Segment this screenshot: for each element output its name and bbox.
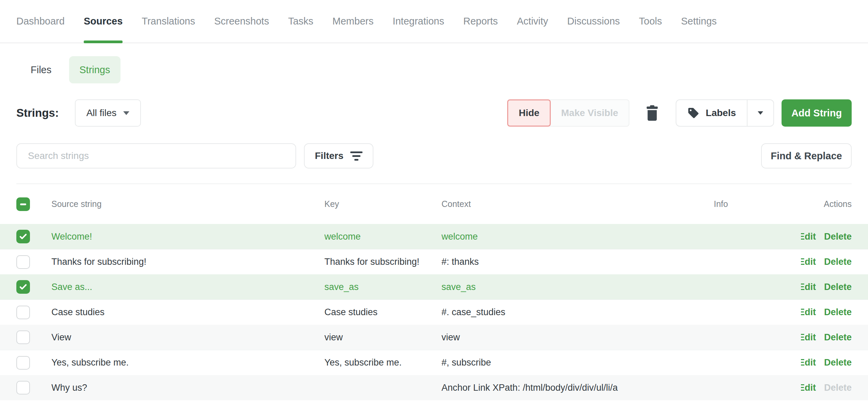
edit-link[interactable]: Edit <box>801 332 816 343</box>
table-row: Thanks for subscribing! Thanks for subsc… <box>0 249 868 274</box>
nav-item-dashboard[interactable]: Dashboard <box>16 0 65 43</box>
nav-item-reports[interactable]: Reports <box>463 0 498 43</box>
make-visible-button[interactable]: Make Visible <box>550 99 629 127</box>
context-cell: save_as <box>441 282 714 292</box>
find-replace-button[interactable]: Find & Replace <box>761 143 852 168</box>
key-cell: save_as <box>324 282 441 292</box>
select-all-checkbox[interactable] <box>16 197 30 211</box>
table-row: Welcome! welcome welcome Edit Delete <box>0 224 868 249</box>
chevron-down-icon <box>123 111 129 115</box>
context-cell: #: thanks <box>441 257 714 267</box>
indeterminate-icon <box>18 199 28 209</box>
check-icon <box>18 232 28 241</box>
context-cell: Anchor Link XPath: /html/body/div/div/ul… <box>441 383 714 393</box>
strings-toolbar: Strings: All files Hide Make Visible <box>16 99 852 127</box>
nav-item-discussions[interactable]: Discussions <box>567 0 620 43</box>
context-cell: welcome <box>441 231 714 242</box>
key-cell: welcome <box>324 231 441 242</box>
hide-button[interactable]: Hide <box>507 99 551 127</box>
check-icon <box>18 282 28 292</box>
source-string-cell[interactable]: Save as... <box>51 282 324 292</box>
edit-link[interactable]: Edit <box>801 307 816 318</box>
filters-button[interactable]: Filters <box>304 143 373 168</box>
delete-link[interactable]: Delete <box>824 357 852 368</box>
header-context: Context <box>441 199 714 209</box>
delete-link[interactable]: Delete <box>824 231 852 242</box>
delete-link[interactable]: Delete <box>824 332 852 343</box>
source-string-cell[interactable]: Why us? <box>51 383 324 393</box>
search-row: Filters Find & Replace <box>16 143 852 168</box>
subtabs: Files Strings <box>16 56 852 83</box>
strings-page: Dashboard Sources Translations Screensho… <box>0 0 868 404</box>
filters-button-label: Filters <box>315 150 343 161</box>
labels-split-button: Labels <box>676 99 774 127</box>
delete-link[interactable]: Delete <box>824 257 852 267</box>
table-header-row: Source string Key Context Info Actions <box>0 184 868 224</box>
top-navigation: Dashboard Sources Translations Screensho… <box>0 0 868 43</box>
table-row: View view view Edit Delete <box>0 325 868 350</box>
nav-item-activity[interactable]: Activity <box>517 0 548 43</box>
header-source-string: Source string <box>51 199 324 209</box>
nav-item-sources[interactable]: Sources <box>84 0 123 43</box>
trash-icon <box>646 105 658 121</box>
nav-item-integrations[interactable]: Integrations <box>392 0 444 43</box>
header-info: Info <box>714 199 801 209</box>
table-row: Save as... save_as save_as Edit Delete <box>0 274 868 300</box>
labels-dropdown-toggle[interactable] <box>747 100 773 126</box>
edit-link[interactable]: Edit <box>801 257 816 267</box>
row-checkbox[interactable] <box>16 230 30 243</box>
delete-selected-button[interactable] <box>646 105 658 121</box>
nav-item-members[interactable]: Members <box>333 0 374 43</box>
source-string-cell[interactable]: Welcome! <box>51 231 324 242</box>
source-string-cell[interactable]: Thanks for subscribing! <box>51 257 324 267</box>
key-cell: Yes, subscribe me. <box>324 357 441 368</box>
page-title: Strings: <box>16 107 59 119</box>
chevron-down-icon <box>758 111 763 115</box>
edit-link[interactable]: Edit <box>801 383 816 393</box>
key-cell: Thanks for subscribing! <box>324 257 441 267</box>
row-checkbox[interactable] <box>16 356 30 370</box>
tab-strings[interactable]: Strings <box>69 56 120 83</box>
key-cell: Case studies <box>324 307 441 318</box>
table-row: Case studies Case studies #. case_studie… <box>0 300 868 325</box>
toolbar-actions: Hide Make Visible Labels <box>507 99 852 127</box>
strings-table: Source string Key Context Info Actions W… <box>0 184 868 400</box>
context-cell: #, subscribe <box>441 357 714 368</box>
row-checkbox[interactable] <box>16 280 30 294</box>
row-checkbox[interactable] <box>16 306 30 319</box>
search-input[interactable] <box>16 143 296 168</box>
delete-link[interactable]: Delete <box>824 307 852 318</box>
nav-item-translations[interactable]: Translations <box>142 0 195 43</box>
edit-link[interactable]: Edit <box>801 357 816 368</box>
nav-item-tasks[interactable]: Tasks <box>288 0 313 43</box>
edit-link[interactable]: Edit <box>801 282 816 292</box>
row-checkbox[interactable] <box>16 255 30 269</box>
add-string-button[interactable]: Add String <box>782 99 852 127</box>
source-string-cell[interactable]: Yes, subscribe me. <box>51 357 324 368</box>
nav-item-settings[interactable]: Settings <box>681 0 717 43</box>
delete-link-disabled: Delete <box>824 383 852 393</box>
source-string-cell[interactable]: View <box>51 332 324 343</box>
header-actions: Actions <box>801 199 868 209</box>
edit-link[interactable]: Edit <box>801 231 816 242</box>
nav-item-tools[interactable]: Tools <box>639 0 662 43</box>
labels-button[interactable]: Labels <box>676 100 747 126</box>
source-string-cell[interactable]: Case studies <box>51 307 324 318</box>
nav-item-screenshots[interactable]: Screenshots <box>214 0 269 43</box>
table-row: Yes, subscribe me. Yes, subscribe me. #,… <box>0 350 868 375</box>
tag-icon <box>687 107 700 119</box>
row-checkbox[interactable] <box>16 330 30 344</box>
tab-files[interactable]: Files <box>31 64 51 76</box>
row-checkbox[interactable] <box>16 381 30 394</box>
file-filter-dropdown[interactable]: All files <box>75 99 141 127</box>
labels-button-label: Labels <box>706 108 736 118</box>
header-key: Key <box>324 199 441 209</box>
filter-icon <box>350 151 363 161</box>
context-cell: #. case_studies <box>441 307 714 318</box>
context-cell: view <box>441 332 714 343</box>
delete-link[interactable]: Delete <box>824 282 852 292</box>
key-cell: view <box>324 332 441 343</box>
table-row: Why us? Anchor Link XPath: /html/body/di… <box>0 375 868 400</box>
file-filter-value: All files <box>86 108 117 118</box>
